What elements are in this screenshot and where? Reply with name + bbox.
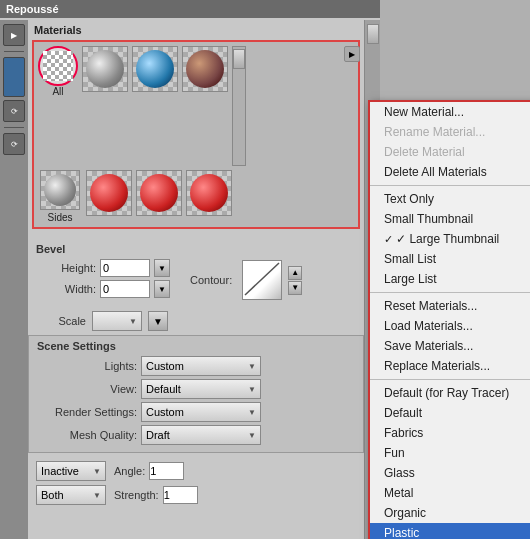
tool-icon-1[interactable]: ▶	[3, 24, 25, 46]
menu-item-metal[interactable]: Metal	[370, 483, 530, 503]
lights-label: Lights:	[37, 360, 137, 372]
sides-label: Sides	[47, 212, 72, 223]
menu-divider-after-large-list	[370, 292, 530, 293]
menu-divider-after-replace-materials	[370, 379, 530, 380]
sphere-red-3	[190, 174, 228, 212]
all-button[interactable]	[38, 46, 78, 86]
menu-item-default-ray-tracer[interactable]: Default (for Ray Tracer)	[370, 383, 530, 403]
view-dropdown-arrow: ▼	[248, 385, 256, 394]
height-input[interactable]	[100, 259, 150, 277]
mesh-dropdown[interactable]: Draft ▼	[141, 425, 261, 445]
menu-item-load-materials[interactable]: Load Materials...	[370, 316, 530, 336]
menu-item-small-thumbnail[interactable]: Small Thumbnail	[370, 209, 530, 229]
all-label: All	[52, 86, 63, 97]
scrollbar-thumb[interactable]	[233, 49, 245, 69]
height-label: Height:	[36, 262, 96, 274]
scene-settings-title: Scene Settings	[37, 340, 355, 352]
material-thumb-4[interactable]	[86, 170, 132, 216]
menu-item-reset-materials[interactable]: Reset Materials...	[370, 296, 530, 316]
toolbar-divider-1	[4, 51, 24, 52]
materials-scrollbar[interactable]	[232, 46, 246, 166]
menu-item-fabrics[interactable]: Fabrics	[370, 423, 530, 443]
width-row: Width: ▼	[36, 280, 170, 298]
angle-input[interactable]	[149, 462, 184, 480]
title-bar: Repoussé	[0, 0, 380, 18]
contour-preview[interactable]	[242, 260, 282, 300]
view-value: Default	[146, 383, 181, 395]
menu-item-large-list[interactable]: Large List	[370, 269, 530, 289]
tool-icon-4[interactable]: ⟳	[3, 133, 25, 155]
contour-up-btn[interactable]: ▲	[288, 266, 302, 280]
view-label: View:	[37, 383, 137, 395]
menu-item-default[interactable]: Default	[370, 403, 530, 423]
mesh-row: Mesh Quality: Draft ▼	[37, 425, 355, 445]
main-scrollbar-thumb[interactable]	[367, 24, 379, 44]
strength-label: Strength:	[114, 489, 159, 501]
bevel-section: Bevel Height: ▼ Width: ▼ Contour:	[28, 239, 364, 305]
toolbar-divider-2	[4, 127, 24, 128]
tool-icon-3[interactable]: ⟳	[3, 100, 25, 122]
inactive-dropdown-arrow: ▼	[93, 467, 101, 476]
inactive-dropdown[interactable]: Inactive ▼	[36, 461, 106, 481]
render-label: Render Settings:	[37, 406, 137, 418]
contour-down-btn[interactable]: ▼	[288, 281, 302, 295]
menu-divider-after-delete-all-materials	[370, 185, 530, 186]
render-dropdown[interactable]: Custom ▼	[141, 402, 261, 422]
content-area: Materials All	[28, 20, 364, 539]
sphere-gray	[86, 50, 124, 88]
menu-item-organic[interactable]: Organic	[370, 503, 530, 523]
render-row: Render Settings: Custom ▼	[37, 402, 355, 422]
material-thumb-3[interactable]	[182, 46, 228, 92]
scale-dropdown[interactable]: ▼	[92, 311, 142, 331]
material-thumb-6[interactable]	[186, 170, 232, 216]
render-dropdown-arrow: ▼	[248, 408, 256, 417]
width-stepper[interactable]: ▼	[154, 280, 170, 298]
height-stepper[interactable]: ▼	[154, 259, 170, 277]
menu-item-new-material[interactable]: New Material...	[370, 102, 530, 122]
angle-label: Angle:	[114, 465, 145, 477]
menu-item-delete-all-materials[interactable]: Delete All Materials	[370, 162, 530, 182]
materials-header: Materials	[32, 24, 360, 36]
mesh-value: Draft	[146, 429, 170, 441]
height-row: Height: ▼	[36, 259, 170, 277]
scale-stepper[interactable]: ▼	[148, 311, 168, 331]
tool-icon-2[interactable]	[3, 57, 25, 97]
bevel-label: Bevel	[36, 243, 356, 255]
context-menu: New Material...Rename Material...Delete …	[368, 100, 530, 539]
lights-row: Lights: Custom ▼	[37, 356, 355, 376]
left-toolbar: ▶ ⟳ ⟳	[0, 20, 28, 539]
materials-menu-arrow[interactable]: ▶	[344, 46, 360, 62]
contour-label: Contour:	[190, 274, 232, 286]
menu-item-replace-materials[interactable]: Replace Materials...	[370, 356, 530, 376]
menu-item-glass[interactable]: Glass	[370, 463, 530, 483]
material-thumb-2[interactable]	[132, 46, 178, 92]
scale-label: Scale	[36, 315, 86, 327]
lights-value: Custom	[146, 360, 184, 372]
both-dropdown-arrow: ▼	[93, 491, 101, 500]
render-value: Custom	[146, 406, 184, 418]
inactive-value: Inactive	[41, 465, 79, 477]
sphere-blue	[136, 50, 174, 88]
materials-section: Materials All	[28, 20, 364, 233]
view-dropdown[interactable]: Default ▼	[141, 379, 261, 399]
menu-item-plastic[interactable]: Plastic	[370, 523, 530, 539]
sphere-brown	[186, 50, 224, 88]
sides-thumb[interactable]	[40, 170, 80, 210]
menu-item-save-materials[interactable]: Save Materials...	[370, 336, 530, 356]
both-dropdown[interactable]: Both ▼	[36, 485, 106, 505]
width-input[interactable]	[100, 280, 150, 298]
material-thumb-1[interactable]	[82, 46, 128, 92]
all-material-preview	[43, 51, 73, 81]
mesh-label: Mesh Quality:	[37, 429, 137, 441]
scene-settings-section: Scene Settings Lights: Custom ▼ View: De…	[28, 335, 364, 453]
lights-dropdown[interactable]: Custom ▼	[141, 356, 261, 376]
menu-item-small-list[interactable]: Small List	[370, 249, 530, 269]
menu-item-fun[interactable]: Fun	[370, 443, 530, 463]
materials-box: All	[32, 40, 360, 229]
material-thumb-5[interactable]	[136, 170, 182, 216]
menu-item-text-only[interactable]: Text Only	[370, 189, 530, 209]
strength-input[interactable]	[163, 486, 198, 504]
main-panel: Repoussé ▶ ⟳ ⟳ Materials All	[0, 0, 380, 539]
sphere-red-2	[140, 174, 178, 212]
menu-item-large-thumbnail[interactable]: ✓ Large Thumbnail	[370, 229, 530, 249]
